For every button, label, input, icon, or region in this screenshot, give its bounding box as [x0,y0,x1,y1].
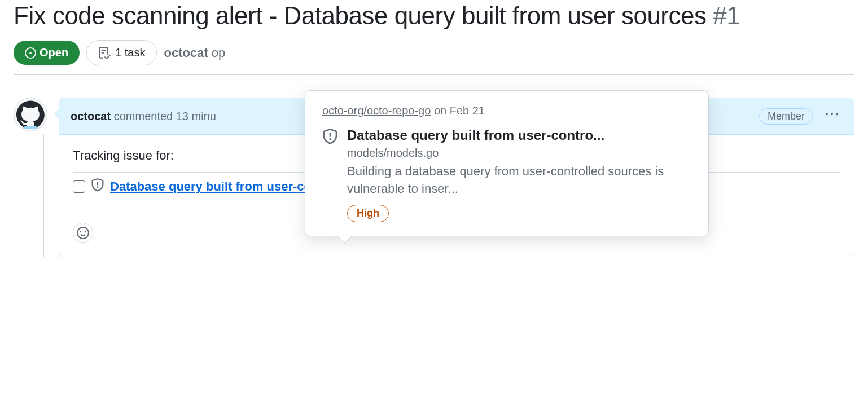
tasks-badge[interactable]: 1 task [86,40,157,65]
hovercard-description: Building a database query from user-con­… [347,163,691,198]
hovercard-main: Database query built from user-contro...… [322,127,691,222]
hovercard-file: models/models.go [347,147,691,160]
issue-title: Fix code scanning alert - Database query… [14,0,854,31]
state-label: Open [40,46,68,59]
comment-header-right: Member [759,106,843,126]
hovercard-repo-link[interactable]: octo-org/octo-repo-go [322,104,431,117]
task-checkbox[interactable] [73,180,85,193]
severity-badge: High [347,205,389,222]
issue-title-text: Fix code scanning alert - Database query… [14,2,706,29]
comment-time: commented 13 minu [114,110,216,122]
add-reaction-button[interactable] [73,223,93,243]
hovercard-content: Database query built from user-contro...… [347,127,691,222]
meta-action: op [212,46,225,60]
octocat-avatar-icon [16,100,45,129]
issue-number: #1 [713,2,740,29]
comment-header-left: octocat commented 13 minu [71,110,216,123]
hovercard-title: Database query built from user-contro... [347,127,691,143]
tasks-count: 1 task [115,46,145,59]
meta-author[interactable]: octocat [164,46,208,60]
member-badge: Member [759,108,813,125]
state-badge: Open [14,41,80,65]
shield-alert-icon [322,127,338,222]
meta-author-text: octocat op [164,46,225,60]
kebab-menu-icon[interactable] [821,106,843,126]
issue-open-icon [25,47,36,59]
comment-author[interactable]: octocat [71,110,111,122]
shield-alert-icon [91,178,104,195]
hovercard-repo-line: octo-org/octo-repo-go on Feb 21 [322,104,691,117]
hovercard: octo-org/octo-repo-go on Feb 21 Database… [305,90,709,236]
checklist-icon [98,47,111,59]
issue-meta-row: Open 1 task octocat op [14,40,854,75]
smiley-icon [77,227,89,239]
hovercard-date: on Feb 21 [431,104,485,117]
timeline-stem [43,134,44,257]
avatar[interactable] [14,98,47,131]
